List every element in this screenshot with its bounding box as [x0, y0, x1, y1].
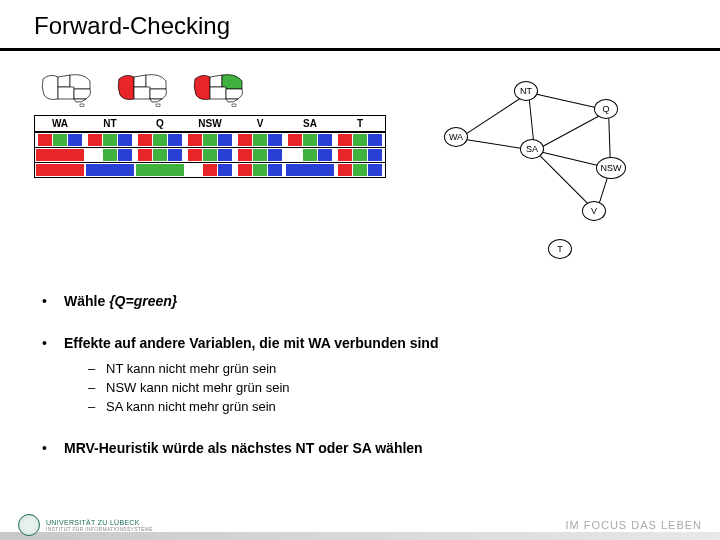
bullet-2: MRV-Heuristik würde als nächstes NT oder…	[34, 440, 686, 456]
dt-cell-0-T	[335, 133, 385, 147]
footer-uni-text: UNIVERSITÄT ZU LÜBECK INSTITUT FÜR INFOR…	[46, 519, 153, 532]
swatch	[286, 164, 334, 176]
sub-item-1-0: NT kann nicht mehr grün sein	[88, 361, 686, 376]
svg-rect-1	[156, 104, 160, 107]
dt-cell-0-NSW	[185, 133, 235, 147]
swatch	[318, 149, 332, 161]
dt-header-NSW: NSW	[185, 116, 235, 132]
swatch	[118, 134, 132, 146]
dt-header-WA: WA	[35, 116, 85, 132]
swatch	[168, 149, 182, 161]
dt-cell-0-V	[235, 133, 285, 147]
sub-item-1-2: SA kann nicht mehr grün sein	[88, 399, 686, 414]
swatch	[153, 149, 167, 161]
node-V: V	[582, 201, 606, 221]
swatch	[88, 134, 102, 146]
dt-cell-0-WA	[35, 133, 85, 147]
swatch-empty	[288, 149, 302, 161]
swatch	[36, 149, 84, 161]
swatch	[238, 164, 252, 176]
swatch	[268, 164, 282, 176]
mini-map-1	[116, 69, 176, 107]
swatch-empty	[188, 164, 202, 176]
swatch	[38, 134, 52, 146]
swatch	[153, 134, 167, 146]
sub-list-1: NT kann nicht mehr grün seinNSW kann nic…	[64, 361, 686, 414]
swatch	[218, 134, 232, 146]
swatch	[353, 149, 367, 161]
swatch	[238, 134, 252, 146]
swatch	[368, 164, 382, 176]
bullet-text-1: Effekte auf andere Variablen, die mit WA…	[64, 335, 438, 351]
node-Q: Q	[594, 99, 618, 119]
swatch	[86, 164, 134, 176]
swatch	[238, 149, 252, 161]
node-T: T	[548, 239, 572, 259]
dt-cell-0-NT	[85, 133, 135, 147]
swatch	[368, 149, 382, 161]
bullet-text-0: Wähle {Q=green}	[64, 293, 177, 309]
dt-header-Q: Q	[135, 116, 185, 132]
dt-header-NT: NT	[85, 116, 135, 132]
svg-rect-0	[80, 104, 84, 107]
footer-motto: IM FOCUS DAS LEBEN	[565, 519, 702, 531]
footer-uni: UNIVERSITÄT ZU LÜBECK	[46, 519, 153, 526]
bullet-1: Effekte auf andere Variablen, die mit WA…	[34, 335, 686, 414]
swatch-empty	[88, 149, 102, 161]
swatch	[253, 134, 267, 146]
dt-cell-2-SA	[285, 163, 335, 177]
swatch	[138, 134, 152, 146]
swatch	[53, 134, 67, 146]
dt-cell-1-WA	[35, 148, 85, 162]
slide-title: Forward-Checking	[0, 0, 720, 48]
figure-row: WANTQNSWVSAT WANTSAQNSWVT	[34, 69, 686, 249]
dt-cell-2-V	[235, 163, 285, 177]
dt-cell-0-SA	[285, 133, 335, 147]
swatch	[353, 134, 367, 146]
bullet-text-2: MRV-Heuristik würde als nächstes NT oder…	[64, 440, 423, 456]
university-seal-icon	[18, 514, 40, 536]
dt-header-T: T	[335, 116, 385, 132]
swatch	[268, 134, 282, 146]
node-WA: WA	[444, 127, 468, 147]
dt-cell-1-NT	[85, 148, 135, 162]
domain-row-0	[35, 132, 385, 147]
swatch	[353, 164, 367, 176]
dt-cell-0-Q	[135, 133, 185, 147]
dt-cell-1-Q	[135, 148, 185, 162]
swatch	[268, 149, 282, 161]
sub-item-1-1: NSW kann nicht mehr grün sein	[88, 380, 686, 395]
swatch	[338, 164, 352, 176]
dt-cell-2-WA	[35, 163, 85, 177]
swatch	[103, 149, 117, 161]
swatch	[253, 164, 267, 176]
node-NT: NT	[514, 81, 538, 101]
node-SA: SA	[520, 139, 544, 159]
mini-maps-row	[34, 69, 386, 107]
bullet-list: Wähle {Q=green}Effekte auf andere Variab…	[34, 293, 686, 456]
domain-figure: WANTQNSWVSAT	[34, 69, 386, 178]
dt-cell-2-NT	[85, 163, 135, 177]
swatch	[188, 149, 202, 161]
mini-map-0	[40, 69, 100, 107]
svg-rect-2	[232, 104, 236, 107]
swatch	[303, 149, 317, 161]
swatch	[368, 134, 382, 146]
footer-left: UNIVERSITÄT ZU LÜBECK INSTITUT FÜR INFOR…	[18, 514, 153, 536]
swatch	[188, 134, 202, 146]
swatch	[168, 134, 182, 146]
domain-table: WANTQNSWVSAT	[34, 115, 386, 178]
domain-row-2	[35, 162, 385, 177]
swatch	[218, 149, 232, 161]
constraint-graph: WANTSAQNSWVT	[436, 69, 646, 249]
swatch	[303, 134, 317, 146]
swatch	[203, 164, 217, 176]
swatch	[36, 164, 84, 176]
swatch	[338, 149, 352, 161]
swatch	[118, 149, 132, 161]
dt-header-V: V	[235, 116, 285, 132]
swatch	[253, 149, 267, 161]
swatch	[103, 134, 117, 146]
footer-inst: INSTITUT FÜR INFORMATIONSSYSTEME	[46, 526, 153, 532]
swatch	[318, 134, 332, 146]
